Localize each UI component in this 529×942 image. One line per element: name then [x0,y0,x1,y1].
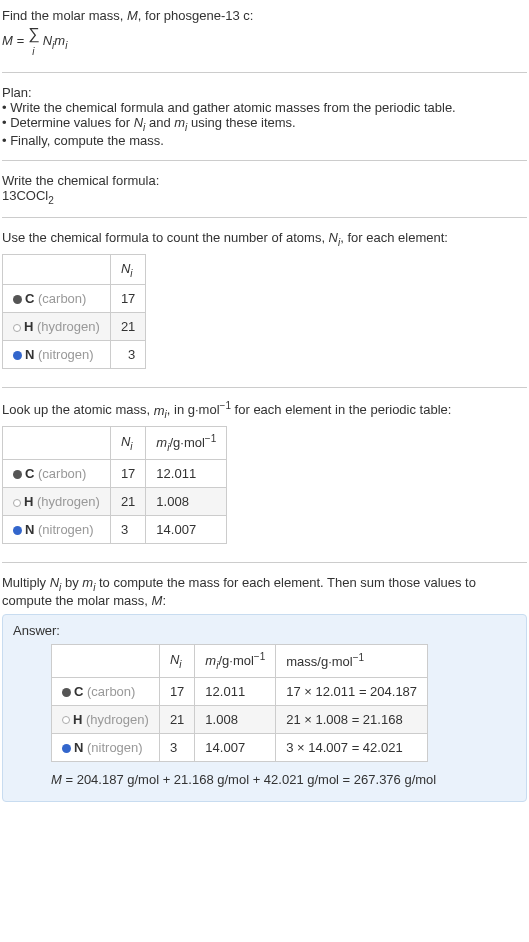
var-m: m [174,115,185,130]
mass-value: 1.008 [146,488,227,516]
atomic-mass-section: Look up the atomic mass, mi, in g·mol−1 … [2,396,527,554]
element-name: (hydrogen) [33,319,99,334]
count-value: 21 [110,313,145,341]
element-dot-icon [13,499,21,507]
sub-i: i [65,40,67,51]
count-value: 3 [110,341,145,369]
element-cell: C (carbon) [52,677,160,705]
count-table: Ni C (carbon) 17 H (hydrogen) 21 N (nitr… [2,254,146,370]
var-M: M [127,8,138,23]
plan-bullet: • Write the chemical formula and gather … [2,100,527,115]
count-value: 17 [110,460,145,488]
header-N: Ni [110,427,145,460]
text: , in g·mol [167,403,220,418]
eq-eq: = [13,33,28,48]
element-symbol: H [73,712,82,727]
divider [2,160,527,161]
header-mass: mass/g·mol−1 [276,644,428,677]
table-row: H (hydrogen) 21 [3,313,146,341]
element-cell: H (hydrogen) [3,313,111,341]
section-title: Write the chemical formula: [2,173,527,188]
var-M: M [51,772,62,787]
element-dot-icon [13,324,21,332]
header-empty [52,644,160,677]
element-cell: N (nitrogen) [3,341,111,369]
text: • Determine values for [2,115,134,130]
eq-lhs: M [2,33,13,48]
count-value: 21 [110,488,145,516]
table-row: H (hydrogen) 21 1.008 21 × 1.008 = 21.16… [52,705,428,733]
table-row: H (hydrogen) 21 1.008 [3,488,227,516]
formula-sub: 2 [48,194,54,205]
exp: −1 [220,400,231,411]
text: Look up the atomic mass, [2,403,154,418]
intro-section: Find the molar mass, M, for phosgene-13 … [2,4,527,64]
table-header-row: Ni [3,254,146,285]
mass-value: 14.007 [146,516,227,544]
count-value: 17 [110,285,145,313]
var-N: N [329,230,338,245]
table-header-row: Ni mi/g·mol−1 [3,427,227,460]
table-row: C (carbon) 17 12.011 17 × 12.011 = 204.1… [52,677,428,705]
plan-section: Plan: • Write the chemical formula and g… [2,81,527,152]
mass-value: 12.011 [195,677,276,705]
element-symbol: C [25,466,34,481]
answer-label: Answer: [13,623,516,638]
element-name: (hydrogen) [82,712,148,727]
count-intro: Use the chemical formula to count the nu… [2,230,527,248]
element-cell: H (hydrogen) [52,705,160,733]
answer-box: Answer: Ni mi/g·mol−1 mass/g·mol−1 C (ca… [2,614,527,802]
element-cell: C (carbon) [3,285,111,313]
sum-index: i [32,46,34,57]
var-m: m [82,575,93,590]
element-name: (carbon) [34,291,86,306]
text: by [61,575,82,590]
divider [2,387,527,388]
element-symbol: N [25,347,34,362]
intro-equation: M = ∑i Nimi [2,25,527,58]
mass-value: 12.011 [146,460,227,488]
element-dot-icon [13,526,22,535]
var-N: N [50,575,59,590]
header-N: Ni [110,254,145,285]
element-name: (hydrogen) [33,494,99,509]
text: for each element in the periodic table: [231,403,451,418]
var-N: N [134,115,143,130]
table-row: C (carbon) 17 12.011 [3,460,227,488]
intro-line: Find the molar mass, M, for phosgene-13 … [2,8,527,23]
table-header-row: Ni mi/g·mol−1 mass/g·mol−1 [52,644,428,677]
mass-value: 1.008 [195,705,276,733]
element-dot-icon [62,716,70,724]
element-symbol: N [74,740,83,755]
table-row: N (nitrogen) 3 14.007 3 × 14.007 = 42.02… [52,733,428,761]
answer-content: Ni mi/g·mol−1 mass/g·mol−1 C (carbon) 17… [13,644,516,787]
count-value: 3 [159,733,194,761]
text: , for phosgene-13 c: [138,8,254,23]
final-text: = 204.187 g/mol + 21.168 g/mol + 42.021 … [62,772,436,787]
element-cell: N (nitrogen) [52,733,160,761]
element-cell: C (carbon) [3,460,111,488]
final-equation: M = 204.187 g/mol + 21.168 g/mol + 42.02… [51,772,516,787]
chemical-formula: 13COCl2 [2,188,527,206]
element-dot-icon [62,688,71,697]
var-m: m [54,33,65,48]
element-name: (carbon) [83,684,135,699]
var-N: N [43,33,52,48]
element-dot-icon [13,351,22,360]
header-empty [3,254,111,285]
calc-value: 3 × 14.007 = 42.021 [276,733,428,761]
element-name: (carbon) [34,466,86,481]
var-m: m [154,403,165,418]
text: Multiply [2,575,50,590]
table-row: N (nitrogen) 3 14.007 [3,516,227,544]
text: and [145,115,174,130]
element-name: (nitrogen) [34,347,93,362]
count-value: 3 [110,516,145,544]
table-row: C (carbon) 17 [3,285,146,313]
calc-value: 17 × 12.011 = 204.187 [276,677,428,705]
divider [2,217,527,218]
element-dot-icon [62,744,71,753]
header-N: Ni [159,644,194,677]
plan-bullet: • Finally, compute the mass. [2,133,527,148]
element-cell: H (hydrogen) [3,488,111,516]
